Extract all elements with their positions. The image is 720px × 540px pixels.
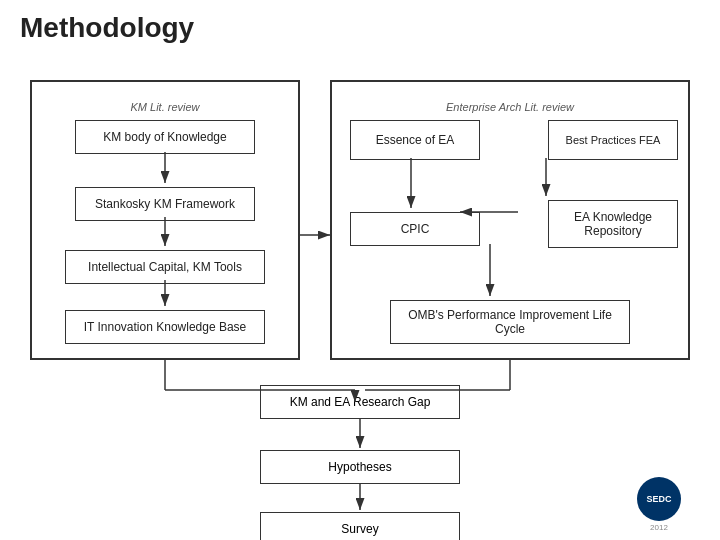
km-ea-gap-node: KM and EA Research Gap xyxy=(260,385,460,419)
cpic-node: CPIC xyxy=(350,212,480,246)
sedc-label: SEDC xyxy=(646,494,671,505)
it-innovation-node: IT Innovation Knowledge Base xyxy=(65,310,265,344)
km-lit-review-header: KM Lit. review xyxy=(95,92,235,122)
survey-node: Survey xyxy=(260,512,460,540)
hypotheses-node: Hypotheses xyxy=(260,450,460,484)
left-outer-box: KM Lit. review KM body of Knowledge Stan… xyxy=(30,80,300,360)
sedc-logo: SEDC 2012 xyxy=(614,477,704,532)
intellectual-node: Intellectual Capital, KM Tools xyxy=(65,250,265,284)
ombs-node: OMB's Performance Improvement Life Cycle xyxy=(390,300,630,344)
km-body-node: KM body of Knowledge xyxy=(75,120,255,154)
ea-knowledge-node: EA Knowledge Repository xyxy=(548,200,678,248)
stankosky-node: Stankosky KM Framework xyxy=(75,187,255,221)
sedc-year: 2012 xyxy=(650,523,668,532)
essence-ea-node: Essence of EA xyxy=(350,120,480,160)
ea-lit-review-header: Enterprise Arch Lit. review xyxy=(410,92,610,122)
diagram-area: KM Lit. review KM body of Knowledge Stan… xyxy=(0,50,720,540)
page-title: Methodology xyxy=(0,0,720,50)
best-practices-node: Best Practices FEA xyxy=(548,120,678,160)
sedc-circle: SEDC xyxy=(637,477,681,521)
right-outer-box: Enterprise Arch Lit. review Essence of E… xyxy=(330,80,690,360)
